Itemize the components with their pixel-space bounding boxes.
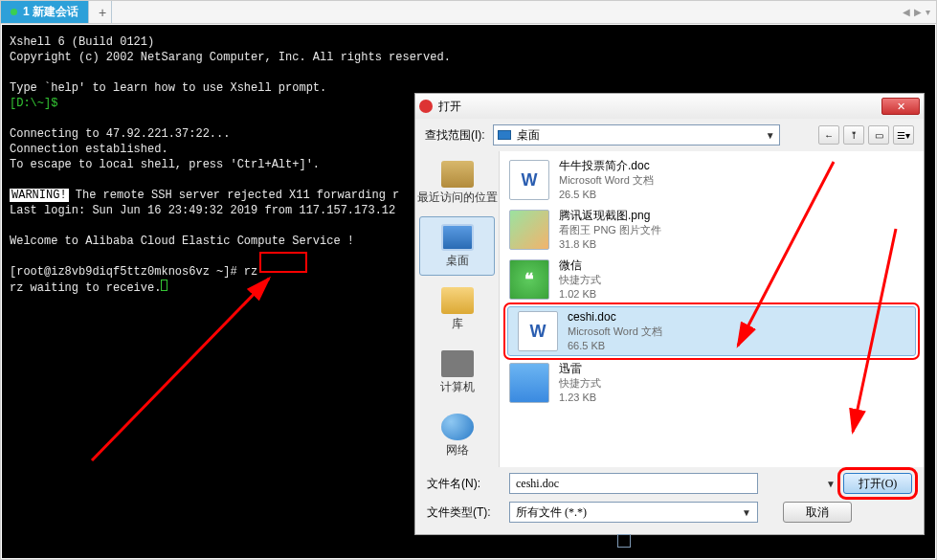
- close-button[interactable]: ✕: [881, 98, 920, 115]
- open-file-dialog: 打开 ✕ 查找范围(I): 桌面 ▼ ← ⤒ ▭ ☰▾ 最近访问的位置 桌面 库…: [414, 93, 925, 535]
- word-doc-icon: W: [518, 311, 558, 351]
- ascii-label: 发送文件到ASCII: [635, 534, 722, 550]
- file-item[interactable]: ❝微信快捷方式1.02 KB: [500, 255, 924, 304]
- place-network[interactable]: 网络: [415, 404, 499, 467]
- file-item[interactable]: 腾讯返现截图.png看图王 PNG 图片文件31.8 KB: [500, 205, 924, 255]
- tab-add-button[interactable]: +: [89, 1, 112, 23]
- desktop-monitor-icon: [441, 224, 474, 251]
- place-recent[interactable]: 最近访问的位置: [415, 151, 499, 214]
- up-button[interactable]: ⤒: [843, 125, 864, 145]
- computer-icon: [441, 350, 474, 377]
- place-computer[interactable]: 计算机: [415, 341, 499, 404]
- file-item[interactable]: 迅雷快捷方式1.23 KB: [500, 358, 924, 408]
- dialog-title: 打开: [438, 99, 461, 115]
- filetype-label: 文件类型(T):: [427, 504, 502, 521]
- tabbar-nav: ◀ ▶ ▾: [903, 7, 936, 17]
- wechat-icon: ❝: [509, 259, 549, 300]
- lookin-label: 查找范围(I):: [425, 127, 485, 144]
- lookin-dropdown[interactable]: 桌面 ▼: [493, 124, 780, 146]
- open-button[interactable]: 打开(O): [843, 473, 912, 494]
- chevron-down-icon: ▼: [766, 130, 775, 141]
- ascii-checkbox[interactable]: [617, 534, 631, 548]
- word-doc-icon: W: [509, 160, 549, 200]
- library-icon: [441, 287, 474, 314]
- network-icon: [441, 414, 474, 440]
- chevron-down-icon[interactable]: ▼: [826, 479, 836, 489]
- tabbar-prev-icon[interactable]: ◀: [903, 7, 910, 17]
- new-folder-button[interactable]: ▭: [868, 125, 889, 145]
- tab-label: 1 新建会话: [23, 4, 78, 20]
- xunlei-icon: [509, 363, 549, 403]
- filename-input[interactable]: [509, 473, 758, 494]
- filename-label: 文件名(N):: [427, 476, 502, 492]
- tabbar-next-icon[interactable]: ▶: [914, 7, 922, 17]
- warning-badge: WARNING!: [10, 189, 69, 202]
- tab-bar: 1 新建会话 + ◀ ▶ ▾: [1, 1, 936, 24]
- views-button[interactable]: ☰▾: [893, 125, 914, 145]
- dialog-app-icon: [419, 100, 433, 113]
- filetype-dropdown[interactable]: 所有文件 (*.*)▼: [509, 502, 758, 523]
- file-list[interactable]: W牛牛投票简介.docMicrosoft Word 文档26.5 KB 腾讯返现…: [500, 151, 924, 467]
- place-library[interactable]: 库: [415, 278, 499, 341]
- cancel-button[interactable]: 取消: [783, 502, 852, 523]
- back-button[interactable]: ←: [818, 125, 839, 145]
- tabbar-menu-icon[interactable]: ▾: [926, 7, 930, 17]
- image-file-icon: [509, 210, 549, 250]
- desktop-icon: [498, 130, 511, 140]
- status-dot-icon: [11, 9, 17, 15]
- cursor: [161, 280, 167, 291]
- places-bar: 最近访问的位置 桌面 库 计算机 网络: [415, 151, 500, 467]
- chevron-down-icon: ▼: [742, 507, 751, 518]
- place-desktop[interactable]: 桌面: [419, 216, 495, 276]
- file-item[interactable]: W牛牛投票简介.docMicrosoft Word 文档26.5 KB: [500, 155, 924, 205]
- file-item-selected[interactable]: Wceshi.docMicrosoft Word 文档66.5 KB: [507, 306, 916, 356]
- dialog-titlebar[interactable]: 打开 ✕: [415, 94, 924, 119]
- recent-icon: [441, 161, 474, 188]
- tab-session-1[interactable]: 1 新建会话: [1, 1, 89, 23]
- lookin-value: 桌面: [517, 127, 540, 144]
